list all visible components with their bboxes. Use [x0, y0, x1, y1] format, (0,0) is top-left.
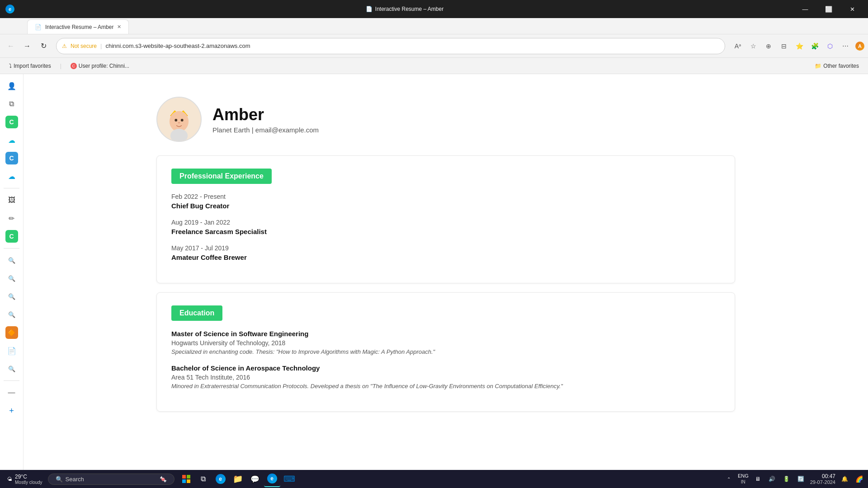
taskbar-system-tray: ⌃ ENG IN 🖥 🔊 🔋 🔄 00:47 29-07-2024 🔔 🌈	[723, 473, 864, 485]
taskbar-chat-icon[interactable]: 💬	[247, 471, 263, 487]
taskbar-task-view-icon[interactable]: ⧉	[195, 471, 212, 487]
sidebar-search3-icon[interactable]: 🔍	[4, 288, 20, 305]
taskbar-clock[interactable]: 00:47 29-07-2024	[810, 473, 835, 485]
sidebar-minus-icon[interactable]: —	[4, 385, 20, 401]
sidebar-search4-icon[interactable]: 🔍	[4, 306, 20, 323]
svg-rect-9	[182, 479, 186, 483]
sidebar-salesforce-icon[interactable]: ☁	[4, 168, 20, 184]
profile-location: Planet Earth	[212, 126, 250, 134]
profile-contact: Planet Earth | email@example.com	[212, 126, 319, 134]
job-title-0: Chief Bug Creator	[171, 202, 720, 210]
sidebar-orange-icon[interactable]: 🔶	[4, 324, 20, 341]
url-display: chinni.com.s3-website-ap-southeast-2.ama…	[105, 42, 719, 49]
security-label: Not secure	[71, 43, 97, 49]
tray-battery-icon[interactable]: 🔋	[781, 474, 792, 484]
tray-sync-icon[interactable]: 🔄	[796, 474, 807, 484]
taskbar: 🌤 29°C Mostly cloudy 🔍 Search 🍬 ⧉ e 📁 💬 …	[0, 470, 868, 488]
taskbar-windows-icon[interactable]	[178, 471, 194, 487]
more-options-button[interactable]: ⋯	[838, 39, 853, 53]
other-favorites-button[interactable]: 📁 Other favorites	[811, 61, 863, 71]
job-date-2: May 2017 - Jul 2019	[171, 244, 720, 252]
edge-ai-button[interactable]: ⬡	[823, 39, 837, 53]
tray-volume-icon[interactable]: 🔊	[767, 474, 778, 484]
sidebar-green-app[interactable]: C	[4, 114, 20, 130]
favorites-bar: ⤵ Import favorites | C User profile: Chi…	[0, 58, 868, 74]
minimize-button[interactable]: —	[795, 0, 816, 18]
forward-button[interactable]: →	[20, 39, 34, 53]
sidebar-tabs-icon[interactable]: ⧉	[4, 96, 20, 112]
taskbar-edge-icon[interactable]: e	[212, 471, 229, 487]
tray-display-icon[interactable]: 🖥	[752, 474, 763, 484]
experience-label: Professional Experience	[171, 169, 272, 184]
edu-entry-1: Bachelor of Science in Aerospace Technol…	[171, 364, 720, 389]
address-bar[interactable]: ⚠ Not secure | chinni.com.s3-website-ap-…	[56, 38, 725, 54]
sidebar-add-icon[interactable]: +	[4, 403, 20, 419]
job-title-1: Freelance Sarcasm Specialist	[171, 228, 720, 235]
profile-section: Amber Planet Earth | email@example.com	[156, 88, 735, 155]
split-screen-button[interactable]: ⊟	[777, 39, 791, 53]
import-icon: ⤵	[9, 63, 12, 69]
sidebar-draw-icon[interactable]: ✏	[4, 210, 20, 226]
import-favorites-button[interactable]: ⤵ Import favorites	[5, 61, 55, 71]
toolbar-icons: Aᵃ ☆ ⊕ ⊟ ⭐ 🧩 ⬡ ⋯ A	[731, 39, 864, 53]
education-label: Education	[171, 305, 222, 321]
profile-button[interactable]: A	[855, 42, 864, 51]
maximize-button[interactable]: ⬜	[818, 0, 839, 18]
job-title-2: Amateur Coffee Brewer	[171, 253, 720, 261]
job-date-0: Feb 2022 - Present	[171, 193, 720, 200]
svg-rect-7	[182, 475, 186, 479]
sidebar-search2-icon[interactable]: 🔍	[4, 270, 20, 286]
tray-notification-icon[interactable]: 🔔	[839, 474, 850, 484]
close-button[interactable]: ✕	[842, 0, 863, 18]
weather-temp: 29°C	[15, 474, 42, 480]
language-indicator: ENG IN	[738, 473, 749, 484]
window-title: 📄 Interactive Resume – Amber	[366, 6, 443, 12]
svg-rect-10	[187, 479, 190, 483]
svg-point-3	[175, 119, 177, 122]
read-aloud-button[interactable]: Aᵃ	[731, 39, 745, 53]
back-button[interactable]: ←	[4, 39, 18, 53]
active-tab[interactable]: 📄 Interactive Resume – Amber ✕	[27, 19, 129, 34]
sidebar-blue-app[interactable]: C	[4, 150, 20, 166]
user-profile-button[interactable]: C User profile: Chinni...	[67, 61, 133, 71]
sidebar-image-icon[interactable]: 🖼	[4, 192, 20, 208]
taskbar-app-icons: ⧉ e 📁 💬 e ⌨	[178, 471, 297, 487]
extension-button[interactable]: 🧩	[807, 39, 822, 53]
job-entry-1: Aug 2019 - Jan 2022 Freelance Sarcasm Sp…	[171, 219, 720, 235]
sidebar-person-icon[interactable]: 👤	[4, 78, 20, 94]
sidebar-green2-app[interactable]: C	[4, 228, 20, 244]
tray-expand-icon[interactable]: ⌃	[723, 474, 734, 484]
taskbar-explorer-icon[interactable]: 📁	[230, 471, 246, 487]
sidebar-search1-icon[interactable]: 🔍	[4, 252, 20, 268]
job-entry-0: Feb 2022 - Present Chief Bug Creator	[171, 193, 720, 210]
candy-icon: 🍬	[160, 476, 167, 483]
taskbar-search[interactable]: 🔍 Search 🍬	[48, 474, 175, 485]
avatar-image	[157, 97, 201, 142]
bookmark-button[interactable]: ⭐	[792, 39, 807, 53]
other-favorites-container: 📁 Other favorites	[811, 61, 863, 71]
folder-icon: 📁	[815, 63, 821, 69]
taskbar-edge-active-icon[interactable]: e	[264, 471, 280, 487]
tab-favicon: 📄	[35, 24, 42, 30]
tab-close-button[interactable]: ✕	[117, 24, 121, 30]
profile-info: Amber Planet Earth | email@example.com	[212, 105, 319, 134]
taskbar-vscode-icon[interactable]: ⌨	[281, 471, 297, 487]
sidebar-doc-icon[interactable]: 📄	[4, 343, 20, 359]
sidebar-blue-icon: C	[5, 152, 18, 164]
search-icon: 🔍	[56, 476, 63, 483]
collections-button[interactable]: ⊕	[761, 39, 776, 53]
taskbar-weather: 🌤 29°C Mostly cloudy	[4, 474, 46, 485]
svg-rect-8	[187, 475, 190, 479]
refresh-button[interactable]: ↻	[36, 39, 51, 53]
job-entry-2: May 2017 - Jul 2019 Amateur Coffee Brewe…	[171, 244, 720, 261]
edu-institution-1: Area 51 Tech Institute, 2016	[171, 374, 720, 381]
browser-logo: e	[5, 5, 14, 14]
education-section: Education Master of Science in Software …	[156, 292, 735, 412]
sidebar-green2-icon: C	[5, 230, 18, 243]
sidebar-search5-icon[interactable]: 🔍	[4, 361, 20, 377]
edu-description-1: Minored in Extraterrestrial Communicatio…	[171, 383, 720, 389]
sidebar-cloud1-icon[interactable]: ☁	[4, 132, 20, 148]
tray-rainbow-icon[interactable]: 🌈	[854, 474, 864, 484]
favorites-button[interactable]: ☆	[746, 39, 760, 53]
search-label: Search	[66, 476, 84, 483]
